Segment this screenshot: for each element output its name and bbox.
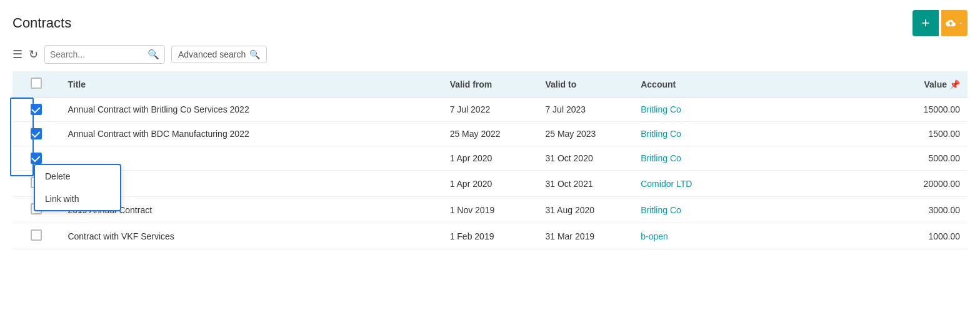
col-header-value: Value 📌 <box>824 71 968 98</box>
table-row: Annual Contract with BDC Manufacturing 2… <box>12 122 968 146</box>
row-valid-from: 1 Apr 2020 <box>442 171 538 197</box>
row-checkbox[interactable] <box>31 229 42 241</box>
row-account[interactable]: Britling Co <box>633 122 824 146</box>
row-valid-to: 31 Oct 2020 <box>538 146 633 171</box>
row-valid-from: 7 Jul 2022 <box>442 98 538 122</box>
col-header-valid-to: Valid to <box>538 71 633 98</box>
search-icon: 🔍 <box>148 49 159 60</box>
col-header-title: Title <box>60 71 442 98</box>
context-menu: Delete Link with <box>34 164 121 211</box>
row-value: 3000.00 <box>824 197 968 223</box>
row-valid-to: 31 Oct 2021 <box>538 171 633 197</box>
refresh-icon[interactable]: ↻ <box>29 48 38 61</box>
advanced-search-icon: 🔍 <box>249 49 260 59</box>
row-valid-from: 1 Nov 2019 <box>442 197 538 223</box>
table-row: 2019 Annual Contract1 Nov 201931 Aug 202… <box>12 197 968 223</box>
row-checkbox[interactable] <box>31 153 42 164</box>
row-account[interactable]: Britling Co <box>633 98 824 122</box>
select-all-header[interactable] <box>12 71 60 98</box>
row-checkbox-cell[interactable] <box>12 223 60 249</box>
advanced-search-box[interactable]: Advanced search 🔍 <box>171 46 267 63</box>
context-menu-delete[interactable]: Delete <box>35 165 120 188</box>
row-account[interactable]: Britling Co <box>633 146 824 171</box>
col-header-account: Account <box>633 71 824 98</box>
row-valid-from: 25 May 2022 <box>442 122 538 146</box>
upload-icon <box>945 18 956 28</box>
row-valid-from: 1 Apr 2020 <box>442 146 538 171</box>
header-actions: + <box>912 10 968 36</box>
page-title: Contracts <box>12 15 71 31</box>
table-row: Annual Contract with Britling Co Service… <box>12 98 968 122</box>
row-valid-to: 25 May 2023 <box>538 122 633 146</box>
context-menu-link-with[interactable]: Link with <box>35 188 120 210</box>
select-all-checkbox[interactable] <box>31 78 42 89</box>
toolbar: ☰ ↻ 🔍 Advanced search 🔍 <box>0 41 980 71</box>
col-header-valid-from: Valid from <box>442 71 538 98</box>
row-title: Contract with VKF Services <box>60 223 442 249</box>
row-value: 1500.00 <box>824 122 968 146</box>
search-input[interactable] <box>50 49 144 59</box>
row-checkbox-cell[interactable] <box>12 122 60 146</box>
add-button[interactable]: + <box>912 10 939 36</box>
table-row: Contract with VKF Services1 Feb 201931 M… <box>12 223 968 249</box>
row-value: 1000.00 <box>824 223 968 249</box>
row-account[interactable]: b-open <box>633 223 824 249</box>
row-valid-to: 31 Aug 2020 <box>538 197 633 223</box>
row-value: 5000.00 <box>824 146 968 171</box>
table-row: 1 Apr 202031 Oct 2021Comidor LTD20000.00 <box>12 171 968 197</box>
row-checkbox[interactable] <box>31 104 42 115</box>
row-account[interactable]: Comidor LTD <box>633 171 824 197</box>
table-row: 1 Apr 202031 Oct 2020Britling Co5000.00 <box>12 146 968 171</box>
row-checkbox[interactable] <box>31 128 42 139</box>
search-box[interactable]: 🔍 <box>44 45 165 64</box>
menu-icon[interactable]: ☰ <box>12 48 22 61</box>
contracts-table: Title Valid from Valid to Account Value … <box>12 71 968 249</box>
advanced-search-label: Advanced search <box>178 49 246 59</box>
pin-icon: 📌 <box>949 79 960 89</box>
chevron-down-icon <box>958 20 964 26</box>
export-button[interactable] <box>941 10 968 36</box>
row-valid-from: 1 Feb 2019 <box>442 223 538 249</box>
row-valid-to: 31 Mar 2019 <box>538 223 633 249</box>
row-account[interactable]: Britling Co <box>633 197 824 223</box>
table-container: Title Valid from Valid to Account Value … <box>0 71 980 249</box>
row-title: Annual Contract with Britling Co Service… <box>60 98 442 122</box>
row-value: 15000.00 <box>824 98 968 122</box>
row-valid-to: 7 Jul 2023 <box>538 98 633 122</box>
row-value: 20000.00 <box>824 171 968 197</box>
row-checkbox-cell[interactable] <box>12 98 60 122</box>
row-title: Annual Contract with BDC Manufacturing 2… <box>60 122 442 146</box>
